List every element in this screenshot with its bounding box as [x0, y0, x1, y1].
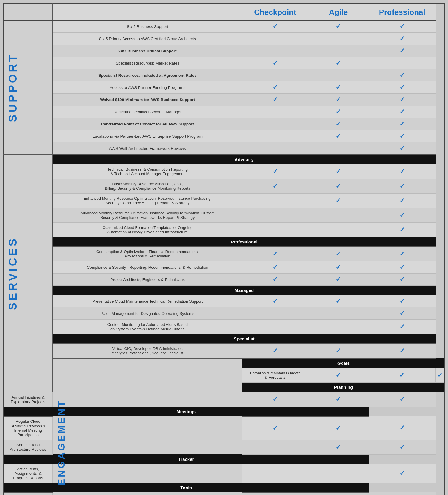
professional-8x5-priority: ✓	[369, 33, 435, 45]
feature-virtual-cio: Virtual CIO, Developer, DB Administrator…	[53, 344, 242, 359]
feature-centralized: Centralized Point of Contact for All AWS…	[53, 118, 242, 130]
feature-annual-arch: Annual Cloud Architecture Reviews	[3, 440, 53, 454]
check-icon: ✓	[336, 132, 341, 140]
feature-8x5-support: 8 x 5 Business Support	[53, 20, 242, 33]
professional-subheader-row: Professional	[3, 237, 445, 247]
header-row: Checkpoint Agile Professional	[3, 3, 445, 20]
feature-8x5-priority: 8 x 5 Priority Access to AWS Certified C…	[53, 33, 242, 45]
professional-header: Professional	[369, 3, 435, 20]
specialist-subheader: Specialist	[53, 334, 436, 344]
managed-subheader: Managed	[53, 286, 436, 295]
support-row-2: 8 x 5 Priority Access to AWS Certified C…	[3, 33, 445, 45]
feature-specialist-market: Specialist Resources: Market Rates	[53, 57, 242, 69]
advisory-row-3: Enhanced Monthly Resource Optimization, …	[3, 194, 445, 208]
goals-header: Goals	[242, 358, 445, 368]
check-icon: ✓	[400, 297, 405, 305]
engagement-label: ENGAGEMENT	[53, 393, 70, 491]
feature-aws-partner: Access to AWS Partner Funding Programs	[53, 81, 242, 94]
check-icon: ✓	[336, 84, 341, 91]
check-icon: ✓	[400, 47, 405, 54]
check-icon: ✓	[400, 263, 405, 271]
feature-annual-initiatives: Annual Initiatives & Exploratory Project…	[3, 392, 53, 407]
feature-project-architects: Project Architects, Engineers & Technici…	[53, 274, 242, 286]
support-row-7: Waived $100 Minimum for AWS Business Sup…	[3, 94, 445, 106]
agile-header: Agile	[308, 3, 369, 20]
prof-row-3: Project Architects, Engineers & Technici…	[3, 274, 445, 286]
check-icon: ✓	[400, 35, 405, 42]
feature-action-items: Action Items, Assignments, & Progress Re…	[3, 464, 53, 483]
support-row-9: Centralized Point of Contact for All AWS…	[3, 118, 445, 130]
feature-column-header	[53, 3, 242, 20]
engagement-section-row: ENGAGEMENT Goals	[3, 358, 445, 368]
feature-consumption-opt: Consumption & Optimization - Financial R…	[53, 247, 242, 261]
checkpoint-8x5-priority	[242, 33, 308, 45]
check-icon: ✓	[272, 168, 278, 175]
check-icon: ✓	[272, 96, 278, 103]
check-icon: ✓	[400, 71, 405, 79]
feature-regular-cloud: Regular Cloud Business Reviews & Interna…	[3, 416, 53, 440]
managed-row-1: Preventative Cloud Maintenance Technical…	[3, 295, 445, 307]
professional-247: ✓	[369, 45, 435, 57]
feature-preventative: Preventative Cloud Maintenance Technical…	[53, 295, 242, 307]
check-icon: ✓	[400, 395, 405, 403]
check-icon: ✓	[400, 226, 405, 233]
check-icon: ✓	[272, 182, 278, 190]
feature-247: 24/7 Business Critical Support	[53, 45, 242, 57]
check-icon: ✓	[336, 276, 341, 283]
feature-advanced-monthly: Advanced Monthly Resource Utilization, I…	[53, 208, 242, 223]
check-icon: ✓	[336, 297, 341, 305]
check-icon: ✓	[400, 168, 405, 175]
check-icon: ✓	[272, 23, 278, 30]
advisory-row-1: Technical, Business, & Consumption Repor…	[3, 164, 445, 179]
advisory-row-5: Customized Cloud Formation Templates for…	[3, 223, 445, 237]
check-icon: ✓	[400, 250, 405, 257]
check-icon: ✓	[336, 250, 341, 257]
prof-row-2: Compliance & Security - Reporting, Recom…	[3, 261, 445, 274]
check-icon: ✓	[336, 108, 341, 115]
check-icon: ✓	[336, 182, 341, 190]
services-label: SERVICES	[4, 231, 22, 316]
feature-basic-monthly: Basic Monthly Resource Allocation, Cost,…	[53, 179, 242, 194]
check-icon: ✓	[400, 323, 405, 330]
support-label: SUPPORT	[4, 47, 22, 128]
specialist-row-1: Virtual CIO, Developer, DB Administrator…	[3, 344, 445, 359]
feature-customized-cloud: Customized Cloud Formation Templates for…	[53, 223, 242, 237]
check-icon: ✓	[336, 371, 341, 379]
check-icon: ✓	[272, 276, 278, 283]
planning-header: Planning	[242, 383, 445, 392]
check-icon: ✓	[272, 297, 278, 305]
check-icon: ✓	[336, 395, 341, 403]
feature-budgets: Establish & Maintain Budgets & Forecasts	[242, 368, 308, 383]
professional-8x5-support: ✓	[369, 20, 435, 33]
feature-enhanced-monthly: Enhanced Monthly Resource Optimization, …	[53, 194, 242, 208]
check-icon: ✓	[400, 443, 405, 451]
support-row-4: Specialist Resources: Market Rates ✓ ✓	[3, 57, 445, 69]
agile-8x5-priority	[308, 33, 369, 45]
check-icon: ✓	[336, 263, 341, 271]
checkpoint-header: Checkpoint	[242, 3, 308, 20]
check-icon: ✓	[336, 96, 341, 103]
check-icon: ✓	[336, 168, 341, 175]
check-icon: ✓	[336, 23, 341, 30]
prof-row-1: Consumption & Optimization - Financial R…	[3, 247, 445, 261]
managed-row-3: Custom Monitoring for Automated Alerts B…	[3, 320, 445, 334]
support-row-6: Access to AWS Partner Funding Programs ✓…	[3, 81, 445, 94]
check-icon: ✓	[272, 395, 278, 403]
check-icon: ✓	[336, 120, 341, 128]
feature-well-architected: AWS Well-Architected Framework Reviews	[53, 142, 242, 155]
support-section-row: SUPPORT 8 x 5 Business Support ✓ ✓ ✓	[3, 20, 445, 33]
check-icon: ✓	[336, 443, 341, 451]
checkpoint-8x5-support: ✓	[242, 20, 308, 33]
specialist-subheader-row: Specialist	[3, 334, 445, 344]
feature-cloudcheckr: CloudCheckr/Support Ticketing/Chat-Based…	[3, 492, 53, 495]
check-icon: ✓	[399, 371, 405, 379]
check-icon: ✓	[400, 108, 405, 115]
check-icon: ✓	[336, 347, 341, 354]
support-row-5: Specialist Resources: Included at Agreem…	[3, 69, 445, 81]
feature-specialist-included: Specialist Resources: Included at Agreem…	[53, 69, 242, 81]
services-section-row: SERVICES Advisory	[3, 155, 445, 164]
check-icon: ✓	[400, 120, 405, 128]
professional-specialist-market	[369, 57, 435, 69]
check-icon: ✓	[336, 197, 341, 204]
check-icon: ✓	[400, 197, 405, 204]
